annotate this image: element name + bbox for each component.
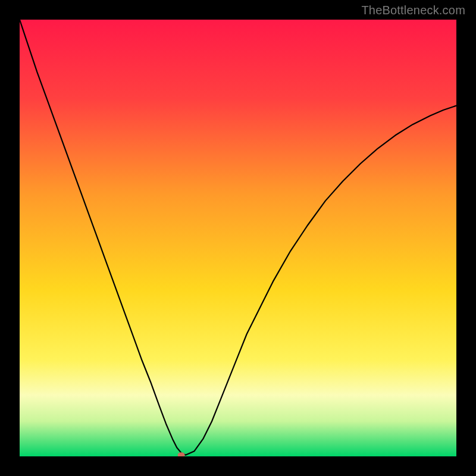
gradient-background — [20, 20, 456, 456]
chart-container: TheBottleneck.com — [0, 0, 476, 476]
watermark-text: TheBottleneck.com — [361, 4, 465, 17]
plot-area — [20, 20, 456, 456]
bottleneck-chart — [20, 20, 456, 456]
